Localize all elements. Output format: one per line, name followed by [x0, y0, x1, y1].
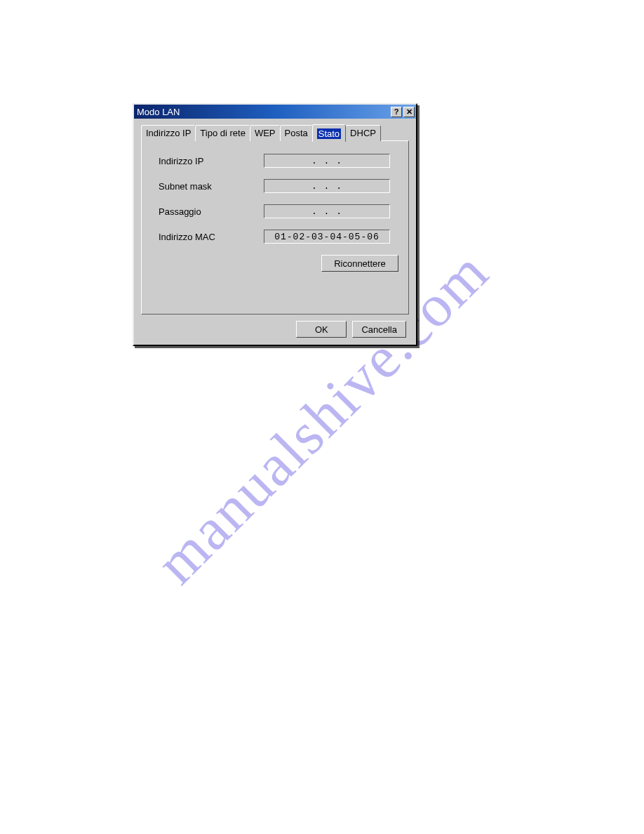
value-subnet: . . .	[264, 179, 390, 193]
tab-label: Indirizzo IP	[146, 128, 191, 138]
label-gateway: Passaggio	[152, 206, 264, 217]
row-gateway: Passaggio . . .	[152, 204, 398, 218]
tab-label: Posta	[285, 128, 308, 138]
tab-stato[interactable]: Stato	[312, 124, 346, 142]
tabstrip: Indirizzo IP Tipo di rete WEP Posta Stat…	[141, 124, 409, 141]
ok-button[interactable]: OK	[296, 321, 347, 338]
tab-dhcp[interactable]: DHCP	[345, 125, 381, 141]
window-title: Modo LAN	[137, 107, 389, 117]
reconnect-button[interactable]: Riconnettere	[321, 255, 398, 272]
close-button[interactable]: ✕	[403, 107, 415, 117]
titlebar[interactable]: Modo LAN ? ✕	[134, 105, 416, 119]
row-subnet: Subnet mask . . .	[152, 179, 398, 193]
tab-label: DHCP	[350, 128, 376, 138]
label-ip: Indirizzo IP	[152, 156, 264, 166]
value-ip: . . .	[264, 154, 390, 168]
cancel-button[interactable]: Cancella	[352, 321, 406, 338]
dialog-button-row: OK Cancella	[141, 315, 409, 338]
tabpanel-stato: Indirizzo IP . . . Subnet mask . . . Pas…	[141, 140, 409, 315]
label-subnet: Subnet mask	[152, 181, 264, 192]
client-area: Indirizzo IP Tipo di rete WEP Posta Stat…	[134, 119, 416, 345]
tab-indirizzo-ip[interactable]: Indirizzo IP	[141, 125, 196, 141]
tab-wep[interactable]: WEP	[250, 125, 281, 141]
tab-label: WEP	[255, 128, 276, 138]
tab-label: Tipo di rete	[200, 128, 246, 138]
dialog-modo-lan: Modo LAN ? ✕ Indirizzo IP Tipo di rete W…	[133, 103, 417, 346]
row-ip: Indirizzo IP . . .	[152, 154, 398, 168]
tab-tipo-di-rete[interactable]: Tipo di rete	[195, 125, 250, 141]
value-mac: 01-02-03-04-05-06	[264, 230, 390, 244]
value-gateway: . . .	[264, 204, 390, 218]
help-button[interactable]: ?	[391, 107, 402, 117]
row-mac: Indirizzo MAC 01-02-03-04-05-06	[152, 230, 398, 244]
label-mac: Indirizzo MAC	[152, 232, 264, 242]
reconnect-row: Riconnettere	[152, 255, 398, 272]
tab-label: Stato	[317, 128, 341, 139]
tab-posta[interactable]: Posta	[280, 125, 313, 141]
